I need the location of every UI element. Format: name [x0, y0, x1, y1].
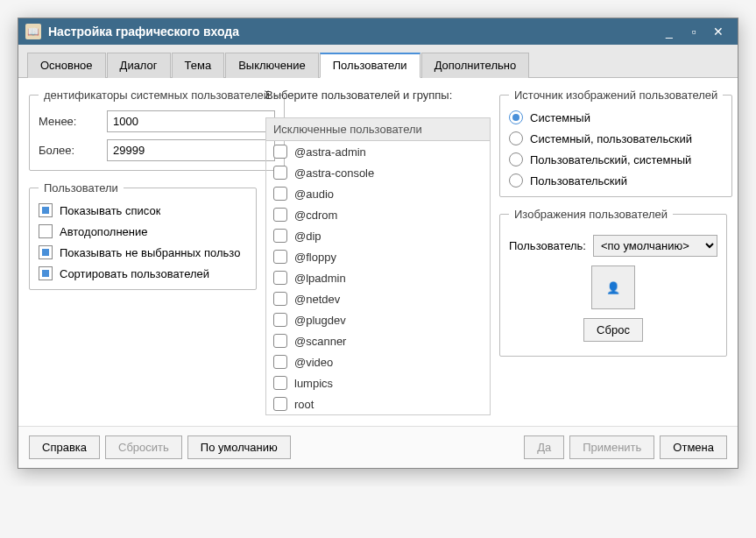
titlebar: 📖 Настройка графического входа _ ▫ ✕ — [18, 18, 738, 45]
app-icon: 📖 — [25, 24, 41, 39]
maximize-icon[interactable]: ▫ — [682, 23, 706, 40]
radio-icon — [509, 110, 523, 124]
tab-advanced[interactable]: Дополнительно — [421, 53, 530, 78]
user-images-legend: Изображения пользователей — [509, 208, 673, 221]
ok-button[interactable]: Да — [524, 435, 564, 459]
checkbox-label: Показывать не выбранных пользо — [60, 246, 240, 259]
source-system-radio[interactable]: Системный — [509, 110, 723, 124]
excluded-users-header: Исключенные пользователи — [265, 117, 491, 141]
list-item[interactable]: @audio — [266, 183, 490, 204]
list-item-label: @video — [294, 356, 333, 369]
user-select[interactable]: <по умолчанию> — [593, 235, 717, 257]
radio-icon — [509, 131, 523, 145]
more-input[interactable] — [107, 139, 275, 161]
image-source-legend: Источник изображений пользователей — [509, 88, 723, 102]
list-item[interactable]: @netdev — [266, 288, 490, 309]
image-source-group: Источник изображений пользователей Систе… — [499, 88, 732, 197]
checkbox-icon — [273, 208, 287, 222]
list-item[interactable]: @cdrom — [266, 204, 490, 225]
list-item[interactable]: @astra-admin — [266, 141, 490, 162]
checkbox-label: Автодополнение — [60, 225, 148, 238]
more-label: Более: — [39, 144, 100, 157]
checkbox-icon — [273, 355, 287, 369]
minimize-icon[interactable]: _ — [657, 23, 682, 40]
radio-label: Системный, пользовательский — [530, 132, 692, 145]
defaults-button[interactable]: По умолчанию — [187, 435, 291, 459]
show-list-checkbox[interactable]: Показывать список — [39, 203, 247, 217]
source-user-system-radio[interactable]: Пользовательский, системный — [509, 152, 723, 166]
select-users-header: Выберите пользователей и группы: — [265, 88, 491, 102]
list-item[interactable]: @video — [266, 351, 490, 372]
checkbox-icon — [39, 224, 53, 238]
less-input[interactable] — [107, 110, 275, 132]
close-icon[interactable]: ✕ — [706, 23, 731, 40]
list-item-label: @astra-console — [294, 166, 374, 180]
dialog-footer: Справка Сбросить По умолчанию Да Примени… — [18, 426, 738, 468]
apply-button[interactable]: Применить — [569, 435, 654, 459]
list-item-label: @plugdev — [294, 314, 346, 327]
source-user-radio[interactable]: Пользовательский — [509, 173, 723, 188]
checkbox-label: Показывать список — [60, 204, 160, 217]
checkbox-icon — [273, 187, 287, 201]
content-area: дентификаторы системных пользователей Ме… — [18, 78, 738, 426]
tab-main[interactable]: Основное — [27, 53, 106, 78]
radio-label: Системный — [530, 111, 590, 124]
checkbox-icon — [39, 245, 53, 259]
checkbox-icon — [273, 376, 287, 390]
radio-label: Пользовательский, системный — [530, 153, 691, 166]
tab-bar: Основное Диалог Тема Выключение Пользова… — [18, 45, 738, 78]
help-button[interactable]: Справка — [29, 435, 100, 459]
less-label: Менее: — [39, 115, 100, 128]
reset-image-button[interactable]: Сброс — [583, 318, 643, 342]
list-item-label: root — [294, 398, 314, 411]
checkbox-icon — [273, 292, 287, 306]
checkbox-icon — [273, 313, 287, 327]
radio-icon — [509, 173, 523, 188]
list-item[interactable]: @lpadmin — [266, 267, 490, 288]
list-item[interactable]: @astra-console — [266, 162, 490, 183]
users-options-legend: Пользователи — [39, 181, 124, 195]
list-item-label: @cdrom — [294, 209, 337, 222]
checkbox-icon — [39, 203, 53, 217]
list-item[interactable]: @plugdev — [266, 309, 490, 330]
list-item[interactable]: root — [266, 393, 490, 414]
source-system-user-radio[interactable]: Системный, пользовательский — [509, 131, 723, 145]
radio-label: Пользовательский — [530, 174, 627, 188]
checkbox-icon — [273, 271, 287, 285]
list-item[interactable]: lumpics — [266, 372, 490, 393]
person-icon: 👤 — [606, 281, 620, 294]
list-item[interactable]: @scanner — [266, 330, 490, 351]
list-item-label: lumpics — [294, 377, 333, 390]
list-item[interactable]: @floppy — [266, 246, 490, 267]
user-select-label: Пользователь: — [509, 239, 586, 252]
tab-dialog[interactable]: Диалог — [107, 53, 171, 78]
user-image-preview[interactable]: 👤 — [591, 265, 635, 309]
sort-users-checkbox[interactable]: Сортировать пользователей — [39, 266, 247, 280]
users-options-group: Пользователи Показывать список Автодопол… — [29, 181, 257, 290]
checkbox-icon — [39, 266, 53, 280]
list-item-label: @netdev — [294, 293, 340, 306]
list-item-label: @astra-admin — [294, 145, 366, 159]
checkbox-icon — [273, 166, 287, 180]
checkbox-icon — [273, 334, 287, 348]
system-ids-group: дентификаторы системных пользователей Ме… — [29, 88, 285, 171]
show-unselected-checkbox[interactable]: Показывать не выбранных пользо — [39, 245, 247, 259]
list-item[interactable]: @dip — [266, 225, 490, 246]
excluded-users-list[interactable]: @astra-admin@astra-console@audio@cdrom@d… — [265, 141, 491, 415]
settings-window: 📖 Настройка графического входа _ ▫ ✕ Осн… — [18, 18, 738, 469]
list-item-label: @dip — [294, 230, 321, 243]
list-item-label: @audio — [294, 188, 334, 201]
checkbox-icon — [273, 250, 287, 264]
reset-button[interactable]: Сбросить — [105, 435, 182, 459]
tab-users[interactable]: Пользователи — [320, 53, 420, 78]
tab-theme[interactable]: Тема — [172, 53, 225, 78]
list-item-label: @floppy — [294, 251, 336, 264]
tab-shutdown[interactable]: Выключение — [225, 53, 319, 78]
checkbox-label: Сортировать пользователей — [60, 267, 209, 280]
window-title: Настройка графического входа — [48, 25, 657, 39]
radio-icon — [509, 152, 523, 166]
user-images-group: Изображения пользователей Пользователь: … — [499, 208, 727, 357]
cancel-button[interactable]: Отмена — [660, 435, 727, 459]
checkbox-icon — [273, 229, 287, 243]
autocomplete-checkbox[interactable]: Автодополнение — [39, 224, 247, 238]
